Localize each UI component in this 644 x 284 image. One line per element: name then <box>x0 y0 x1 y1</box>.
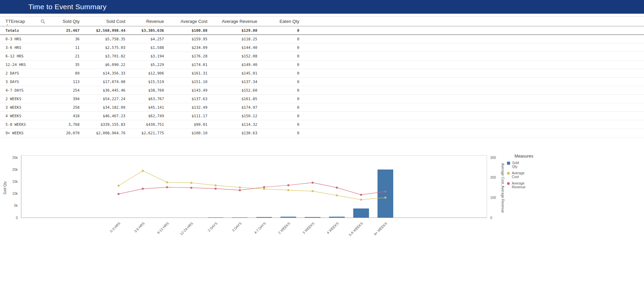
data-point[interactable] <box>118 185 120 187</box>
data-point[interactable] <box>360 199 362 201</box>
table-row: 6-12 HRS21$3,701.82$3,194$176.28$152.080 <box>0 52 644 60</box>
data-point[interactable] <box>142 170 144 172</box>
cell-sold_cost: $54,227.24 <box>84 95 129 103</box>
legend-item-sold-qty[interactable]: SoldQty <box>507 161 545 168</box>
data-point[interactable] <box>312 181 314 184</box>
column-header-sold_qty[interactable]: Sold Qty <box>48 17 84 26</box>
left-tick-label: 25k <box>12 156 18 160</box>
legend-square-marker <box>507 162 510 165</box>
data-point[interactable] <box>118 193 120 195</box>
legend-item-average-cost[interactable]: AverageCost <box>507 171 545 179</box>
cell-label[interactable]: 6-12 HRS <box>0 52 48 60</box>
data-point[interactable] <box>263 188 265 190</box>
data-point[interactable] <box>360 194 362 196</box>
cell-label[interactable]: 4-7 DAYS <box>0 86 48 95</box>
right-tick-label: 200 <box>490 176 496 179</box>
bar[interactable] <box>353 208 369 218</box>
cell-filler <box>303 43 644 52</box>
data-point[interactable] <box>190 187 192 189</box>
cell-filler <box>303 69 644 78</box>
column-header-revenue[interactable]: Revenue <box>129 17 168 26</box>
column-header-avg_cost[interactable]: Average Cost <box>168 17 211 26</box>
data-point[interactable] <box>336 194 338 197</box>
data-point[interactable] <box>166 186 168 188</box>
cell-avg_cost: $100.88 <box>168 26 211 35</box>
cell-label[interactable]: 9+ WEEKS <box>0 129 48 137</box>
x-axis-label: 12-24 HRS <box>179 221 194 236</box>
cell-eaten_qty: 0 <box>261 103 303 112</box>
data-point[interactable] <box>384 190 386 192</box>
x-axis-label: 2 DAYS <box>207 221 218 232</box>
data-point[interactable] <box>215 184 217 186</box>
cell-avg_revenue: $130.63 <box>211 129 261 137</box>
column-header-sold_cost[interactable]: Sold Cost <box>84 17 129 26</box>
cell-sold_cost: $3,701.82 <box>84 52 129 60</box>
cell-sold_qty: 25,467 <box>48 26 84 35</box>
cell-eaten_qty: 0 <box>261 60 303 69</box>
cell-filler <box>303 60 644 69</box>
cell-revenue: $430,751 <box>129 120 168 129</box>
bar[interactable] <box>329 217 345 218</box>
cell-sold_qty: 418 <box>48 112 84 120</box>
cell-revenue: $1,588 <box>129 43 168 52</box>
data-point[interactable] <box>142 188 144 190</box>
data-point[interactable] <box>263 186 265 188</box>
cell-avg_revenue: $174.97 <box>211 103 261 112</box>
totals-row: Totals25,467$2,568,998.44$3,305,636$100.… <box>0 26 644 35</box>
cell-label[interactable]: 5-8 WEEKS <box>0 120 48 129</box>
cell-label[interactable]: 0-3 HRS <box>0 35 48 43</box>
bar[interactable] <box>256 217 272 218</box>
cell-filler <box>303 112 644 120</box>
column-header-eaten_qty[interactable]: Eaten Qty <box>261 17 303 26</box>
cell-label[interactable]: 3-6 HRS <box>0 43 48 52</box>
data-point[interactable] <box>166 181 168 184</box>
sold-qty-bars[interactable] <box>111 170 393 218</box>
data-point[interactable] <box>312 190 314 192</box>
cell-avg_revenue: $118.25 <box>211 35 261 43</box>
search-icon[interactable] <box>41 19 45 24</box>
bar[interactable] <box>378 170 393 218</box>
bar[interactable] <box>208 217 223 218</box>
bar[interactable] <box>232 217 248 218</box>
average-revenue-line[interactable] <box>118 181 386 196</box>
legend-item-average-revenue[interactable]: AverageRevenue <box>507 181 545 189</box>
data-point[interactable] <box>239 189 241 191</box>
x-axis-label: 4 WEEKS <box>326 221 339 234</box>
cell-label: Totals <box>0 26 48 35</box>
x-axis-label: 6-12 HRS <box>156 221 170 234</box>
cell-revenue: $12,906 <box>129 69 168 78</box>
cell-filler <box>303 120 644 129</box>
bar[interactable] <box>305 217 320 218</box>
cell-avg_cost: $176.28 <box>168 52 211 60</box>
data-point[interactable] <box>287 189 289 191</box>
cell-avg_cost: $143.49 <box>168 86 211 95</box>
cell-label[interactable]: 3 DAYS <box>0 78 48 86</box>
cell-avg_cost: $111.17 <box>168 112 211 120</box>
cell-label[interactable]: 2 WEEKS <box>0 95 48 103</box>
data-point[interactable] <box>336 187 338 189</box>
bar[interactable] <box>280 217 296 218</box>
data-point[interactable] <box>190 182 192 184</box>
cell-label[interactable]: 2 DAYS <box>0 69 48 78</box>
cell-sold_cost: $14,356.33 <box>84 69 129 78</box>
average-cost-line[interactable] <box>118 170 386 201</box>
column-label: Eaten Qty <box>279 19 299 24</box>
table-row: 3-6 HRS11$2,575.03$1,588$234.09$144.400 <box>0 43 644 52</box>
cell-label[interactable]: 3 WEEKS <box>0 103 48 112</box>
sheet-title: Time to Event Summary <box>28 3 107 11</box>
data-point[interactable] <box>384 197 386 199</box>
column-header-avg_revenue[interactable]: Average Revenue <box>211 17 261 26</box>
cell-avg_revenue: $144.40 <box>211 43 261 52</box>
column-header-label[interactable]: TTErecap▲ <box>0 17 48 26</box>
left-tick-label: 5k <box>14 204 18 207</box>
cell-label[interactable]: 12-24 HRS <box>0 60 48 69</box>
table-row: 2 DAYS89$14,356.33$12,906$161.31$145.010 <box>0 69 644 78</box>
cell-filler <box>303 26 644 35</box>
cell-eaten_qty: 0 <box>261 120 303 129</box>
data-point[interactable] <box>287 184 289 186</box>
cell-label[interactable]: 4 WEEKS <box>0 112 48 120</box>
data-point[interactable] <box>215 188 217 190</box>
cell-sold_cost: $2,008,964.76 <box>84 129 129 137</box>
data-point[interactable] <box>239 186 241 188</box>
cell-sold_qty: 36 <box>48 35 84 43</box>
